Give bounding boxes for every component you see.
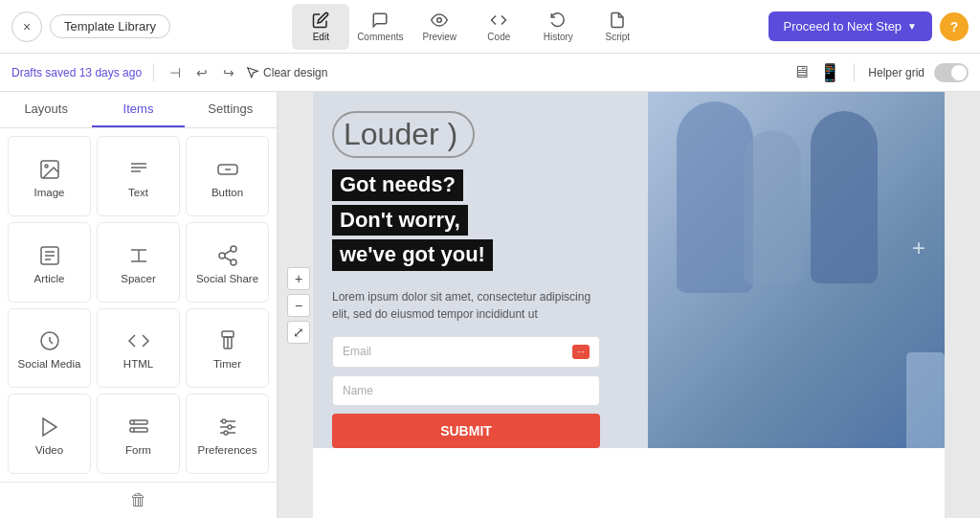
canvas-background-image: + bbox=[648, 92, 945, 448]
panel-tabs: Layouts Items Settings bbox=[0, 92, 277, 128]
desktop-view-button[interactable]: 🖥 bbox=[792, 62, 810, 82]
template-library-button[interactable]: Template Library bbox=[50, 14, 170, 38]
canvas-area: + − ⤢ Louder ) Got needs? Don't worry, w… bbox=[278, 92, 980, 518]
tab-items[interactable]: Items bbox=[92, 92, 184, 127]
text-icon bbox=[127, 158, 150, 181]
svg-point-17 bbox=[231, 259, 236, 265]
mobile-view-button[interactable]: 📱 bbox=[819, 62, 840, 83]
undo-button[interactable]: ↩ bbox=[192, 61, 212, 84]
zoom-fit-button[interactable]: ⤢ bbox=[287, 321, 310, 344]
item-video[interactable]: Video bbox=[8, 394, 91, 474]
canvas-top-section: Louder ) Got needs? Don't worry, we've g… bbox=[313, 92, 945, 448]
name-field[interactable]: Name bbox=[332, 375, 600, 406]
body-text: Lorem ipsum dolor sit amet, consectetur … bbox=[332, 288, 600, 323]
video-icon bbox=[38, 416, 61, 439]
image-icon bbox=[38, 158, 61, 181]
item-text[interactable]: Text bbox=[97, 136, 180, 216]
cursor-icon bbox=[246, 66, 259, 79]
svg-point-16 bbox=[219, 253, 225, 259]
item-article[interactable]: Article bbox=[8, 222, 91, 303]
headline-block: Got needs? Don't worry, we've got you! bbox=[332, 169, 629, 275]
proceed-button[interactable]: Proceed to Next Step ▼ bbox=[768, 11, 932, 41]
headline-line-1: Got needs? bbox=[332, 169, 463, 201]
redo-button[interactable]: ↪ bbox=[219, 61, 238, 84]
timer-icon bbox=[216, 329, 239, 352]
item-timer[interactable]: Timer bbox=[186, 308, 269, 389]
svg-point-0 bbox=[437, 17, 442, 22]
divider-2 bbox=[854, 63, 855, 82]
divider bbox=[153, 63, 154, 82]
article-icon bbox=[38, 244, 61, 267]
headline-line-2: Don't worry, bbox=[332, 205, 468, 236]
collapse-panel-button[interactable]: ⊣ bbox=[166, 61, 185, 84]
item-image[interactable]: Image bbox=[8, 136, 91, 216]
spacer-icon bbox=[127, 244, 150, 267]
item-spacer[interactable]: Spacer bbox=[97, 222, 180, 303]
tool-code[interactable]: Code bbox=[470, 4, 527, 50]
tool-edit[interactable]: Edit bbox=[292, 4, 349, 50]
item-button[interactable]: Button bbox=[186, 136, 269, 216]
social-media-icon bbox=[38, 329, 61, 352]
draft-status: Drafts saved 13 days ago bbox=[11, 66, 142, 79]
svg-rect-21 bbox=[222, 331, 234, 337]
item-form[interactable]: Form bbox=[97, 394, 180, 474]
svg-point-32 bbox=[222, 419, 226, 423]
logo-text: Louder ) bbox=[332, 111, 475, 158]
close-button[interactable]: × bbox=[11, 11, 42, 42]
trash-button[interactable]: 🗑 bbox=[130, 490, 147, 510]
svg-point-15 bbox=[231, 246, 236, 252]
left-panel: Layouts Items Settings Image Text Button bbox=[0, 92, 278, 518]
helper-grid-label: Helper grid bbox=[868, 66, 924, 79]
helper-grid-toggle[interactable] bbox=[934, 63, 969, 82]
item-preferences[interactable]: Preferences bbox=[186, 394, 269, 474]
html-icon bbox=[127, 329, 150, 352]
submit-button[interactable]: SUBMIT bbox=[332, 414, 600, 448]
tab-settings[interactable]: Settings bbox=[185, 92, 277, 127]
items-grid: Image Text Button Article Spacer bbox=[0, 128, 277, 482]
social-share-icon bbox=[216, 244, 239, 267]
toolbar-right: Proceed to Next Step ▼ ? bbox=[768, 11, 969, 41]
button-icon bbox=[216, 158, 239, 181]
placeholder-image: + bbox=[648, 92, 945, 448]
zoom-in-button[interactable]: + bbox=[287, 267, 310, 290]
svg-marker-24 bbox=[43, 418, 56, 436]
glass-shape bbox=[906, 352, 945, 448]
tool-history[interactable]: History bbox=[529, 4, 587, 50]
main-layout: Layouts Items Settings Image Text Button bbox=[0, 92, 980, 518]
bottom-trash-area: 🗑 bbox=[0, 482, 277, 518]
canvas-left-content: Louder ) Got needs? Don't worry, we've g… bbox=[332, 111, 629, 448]
headline-line-3: we've got you! bbox=[332, 239, 493, 271]
item-social-share[interactable]: Social Share bbox=[186, 222, 269, 303]
svg-point-34 bbox=[224, 431, 228, 435]
canvas-controls: + − ⤢ bbox=[287, 267, 310, 344]
plus-icon: + bbox=[912, 235, 925, 261]
help-button[interactable]: ? bbox=[940, 12, 969, 41]
figure-1 bbox=[677, 101, 753, 293]
item-social-media[interactable]: Social Media bbox=[8, 308, 91, 389]
figure-2 bbox=[744, 130, 801, 283]
item-html[interactable]: HTML bbox=[97, 308, 180, 389]
tab-layouts[interactable]: Layouts bbox=[0, 92, 92, 127]
svg-rect-25 bbox=[130, 420, 147, 424]
chevron-down-icon: ▼ bbox=[907, 21, 917, 32]
email-field[interactable]: Email ··· bbox=[332, 336, 600, 368]
second-bar-right: 🖥 📱 Helper grid bbox=[792, 62, 969, 83]
tool-script[interactable]: Script bbox=[589, 4, 646, 50]
clear-design-button[interactable]: Clear design bbox=[246, 66, 327, 79]
preferences-icon bbox=[216, 416, 239, 439]
form-icon bbox=[127, 416, 150, 439]
svg-rect-26 bbox=[130, 428, 147, 432]
field-options-icon[interactable]: ··· bbox=[572, 345, 590, 359]
figure-3 bbox=[811, 111, 878, 283]
tool-preview[interactable]: Preview bbox=[411, 4, 468, 50]
svg-point-33 bbox=[228, 425, 232, 429]
zoom-out-button[interactable]: − bbox=[287, 294, 310, 317]
canvas-wrapper: Louder ) Got needs? Don't worry, we've g… bbox=[313, 92, 945, 518]
svg-point-2 bbox=[45, 165, 48, 168]
top-toolbar: × Template Library Edit Comments Preview… bbox=[0, 0, 980, 54]
tool-comments[interactable]: Comments bbox=[351, 4, 409, 50]
svg-line-18 bbox=[224, 257, 231, 260]
second-toolbar: Drafts saved 13 days ago ⊣ ↩ ↪ Clear des… bbox=[0, 54, 980, 92]
svg-line-19 bbox=[224, 250, 231, 254]
tool-buttons: Edit Comments Preview Code History Scrip… bbox=[178, 4, 760, 50]
